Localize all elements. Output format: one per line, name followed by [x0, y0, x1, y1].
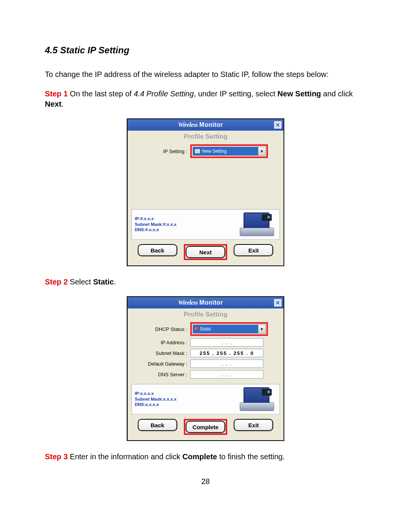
laptop-icon	[238, 212, 276, 236]
step-1-text: Step 1 On the last step of 4.4 Profile S…	[45, 89, 366, 109]
dhcp-status-dropdown[interactable]: Static ▼	[193, 324, 266, 334]
info-dns: DNS:x.x.x.x	[135, 402, 235, 407]
highlight-dhcp-status: Static ▼	[190, 322, 268, 336]
ip-setting-dropdown[interactable]: New Setting ▼	[193, 147, 266, 156]
ip-setting-label: IP Setting :	[132, 149, 190, 154]
info-ip: IP:#.x.x.x	[135, 216, 235, 221]
dropdown-value: Static	[200, 326, 211, 332]
step-3-label: Step 3	[45, 452, 68, 461]
default-gateway-input[interactable]: . . .	[190, 359, 263, 368]
titlebar: Wireless Monitor ✕	[127, 119, 284, 131]
step-2-text: Step 2 Select Static.	[45, 277, 366, 287]
dhcp-status-label: DHCP Status :	[132, 326, 190, 332]
close-icon[interactable]: ✕	[274, 299, 282, 307]
back-button[interactable]: Back	[138, 244, 177, 256]
ip-address-input[interactable]: . . .	[190, 338, 263, 347]
exit-button[interactable]: Exit	[234, 244, 273, 256]
back-button[interactable]: Back	[138, 419, 177, 431]
highlight-complete: Complete	[184, 419, 227, 435]
chevron-down-icon[interactable]: ▼	[258, 147, 265, 155]
complete-button[interactable]: Complete	[186, 421, 225, 433]
dropdown-value: New Setting	[202, 149, 227, 154]
ip-address-label: IP Address :	[132, 340, 190, 345]
highlight-ip-setting: New Setting ▼	[190, 144, 268, 158]
intro-text: To change the IP address of the wireless…	[45, 69, 366, 80]
laptop-icon	[238, 387, 276, 411]
titlebar: Wireless Monitor ✕	[127, 297, 284, 308]
network-icon	[194, 149, 201, 154]
step-2-label: Step 2	[45, 278, 68, 286]
exit-button[interactable]: Exit	[234, 419, 273, 431]
info-panel: IP:x.x.x.x Subnet Mask:x.x.x.x DNS:x.x.x…	[131, 384, 280, 414]
panel-title: Profile Setting	[127, 131, 284, 144]
chevron-down-icon[interactable]: ▼	[258, 325, 265, 333]
info-ip: IP:x.x.x.x	[135, 391, 235, 396]
step-3-text: Step 3 Enter in the information and clic…	[45, 452, 366, 462]
window-title: Wireless Monitor	[127, 299, 274, 306]
page-number: 28	[45, 477, 366, 486]
record-icon	[194, 327, 198, 331]
info-dns: DNS:#.x.x.x	[135, 227, 235, 232]
subnet-mask-input[interactable]: 255 . 255 . 255 . 0	[190, 349, 263, 357]
window-title: Wireless Monitor	[127, 121, 274, 128]
next-button[interactable]: Next	[186, 246, 225, 258]
highlight-next: Next	[184, 244, 227, 260]
dns-server-input[interactable]: . . .	[190, 370, 263, 379]
section-heading: 4.5 Static IP Setting	[45, 45, 366, 56]
close-icon[interactable]: ✕	[274, 121, 282, 129]
default-gateway-label: Default Gateway :	[132, 361, 190, 367]
info-panel: IP:#.x.x.x Subnet Mask:#.x.x.x DNS:#.x.x…	[131, 209, 280, 240]
subnet-mask-label: Subnet Mask :	[132, 350, 190, 356]
wireless-monitor-dialog-1: Wireless Monitor ✕ Profile Setting IP Se…	[127, 118, 284, 266]
info-subnet: Subnet Mask:x.x.x.x	[135, 396, 235, 402]
step-1-label: Step 1	[45, 89, 68, 98]
wireless-monitor-dialog-2: Wireless Monitor ✕ Profile Setting DHCP …	[127, 296, 284, 441]
dns-server-label: DNS Server :	[132, 372, 190, 377]
panel-title: Profile Setting	[127, 308, 284, 322]
info-subnet: Subnet Mask:#.x.x.x	[135, 222, 235, 227]
